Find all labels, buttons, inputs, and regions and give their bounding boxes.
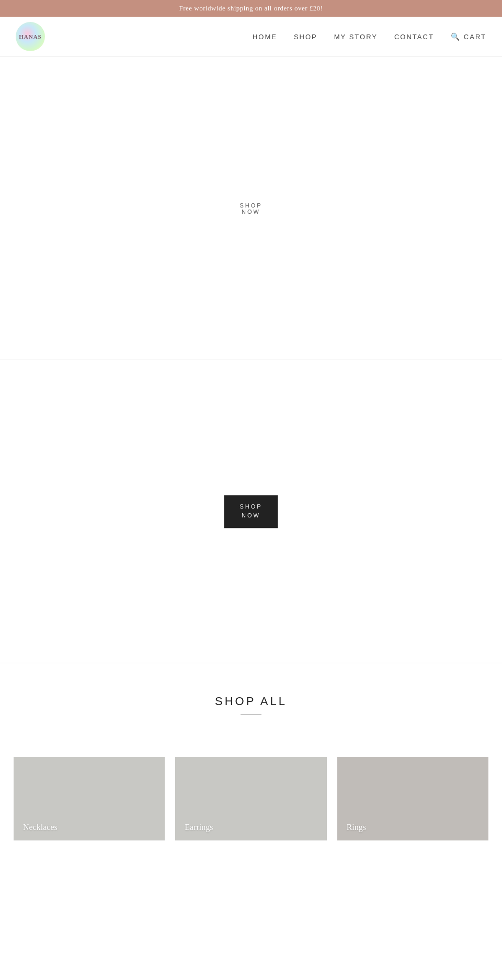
shop-now-line2: NOW [239, 209, 262, 215]
shop-now-btn-line1: SHOP [239, 502, 262, 512]
category-label-earrings: Earrings [185, 823, 213, 832]
category-label-rings: Rings [347, 823, 366, 832]
shop-now-text-1[interactable]: SHOP NOW [239, 202, 262, 215]
logo-text: HANAS [19, 33, 42, 40]
category-necklaces[interactable]: Necklaces [14, 757, 165, 840]
shop-now-button-2[interactable]: SHOP NOW [224, 495, 278, 528]
cart-link[interactable]: CART [464, 33, 486, 41]
shop-now-line1: SHOP [239, 202, 262, 209]
header: HANAS HOME SHOP MY STORY CONTACT 🔍 CART [0, 17, 502, 57]
banner-text: Free worldwide shipping on all orders ov… [179, 4, 323, 12]
top-banner: Free worldwide shipping on all orders ov… [0, 0, 502, 17]
category-label-necklaces: Necklaces [23, 823, 58, 832]
hero-section-2: SHOP NOW [0, 360, 502, 663]
shop-all-section: SHOP ALL [0, 663, 502, 757]
nav-my-story[interactable]: MY STORY [334, 33, 378, 41]
hero-section-1: SHOP NOW [0, 57, 502, 360]
nav-shop[interactable]: SHOP [294, 33, 317, 41]
shop-now-btn-line2: NOW [239, 512, 262, 521]
search-icon[interactable]: 🔍 [451, 32, 460, 41]
category-rings[interactable]: Rings [337, 757, 488, 840]
shop-all-divider [241, 714, 261, 715]
category-grid: Necklaces Earrings Rings [0, 757, 502, 861]
main-nav: HOME SHOP MY STORY CONTACT 🔍 CART [253, 32, 486, 41]
nav-contact[interactable]: CONTACT [394, 33, 434, 41]
shop-all-title: SHOP ALL [16, 695, 486, 708]
nav-home[interactable]: HOME [253, 33, 277, 41]
logo[interactable]: HANAS [16, 22, 45, 51]
cart-area: 🔍 CART [451, 32, 486, 41]
category-earrings[interactable]: Earrings [175, 757, 326, 840]
